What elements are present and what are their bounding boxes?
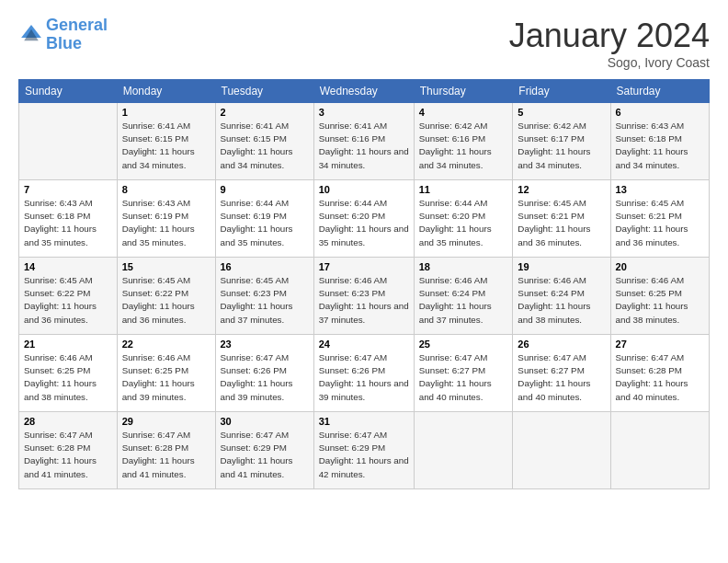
col-header-saturday: Saturday bbox=[610, 80, 709, 103]
day-info: Sunrise: 6:42 AMSunset: 6:17 PMDaylight:… bbox=[518, 120, 605, 172]
day-info: Sunrise: 6:46 AMSunset: 6:24 PMDaylight:… bbox=[518, 274, 605, 327]
calendar-cell: 12 Sunrise: 6:45 AMSunset: 6:21 PMDaylig… bbox=[513, 180, 610, 258]
day-number: 21 bbox=[24, 339, 112, 350]
calendar-cell: 6 Sunrise: 6:43 AMSunset: 6:18 PMDayligh… bbox=[610, 103, 709, 180]
calendar-cell: 18 Sunrise: 6:46 AMSunset: 6:24 PMDaylig… bbox=[414, 258, 513, 335]
col-header-sunday: Sunday bbox=[19, 80, 118, 103]
day-number: 29 bbox=[122, 416, 210, 427]
day-info: Sunrise: 6:47 AMSunset: 6:27 PMDaylight:… bbox=[518, 351, 605, 404]
calendar-cell bbox=[513, 412, 610, 489]
day-number: 20 bbox=[616, 261, 704, 272]
day-number: 30 bbox=[221, 416, 309, 427]
day-info: Sunrise: 6:47 AMSunset: 6:28 PMDaylight:… bbox=[24, 429, 112, 481]
calendar-cell: 4 Sunrise: 6:42 AMSunset: 6:16 PMDayligh… bbox=[414, 103, 513, 180]
day-number: 12 bbox=[518, 184, 605, 195]
day-info: Sunrise: 6:47 AMSunset: 6:26 PMDaylight:… bbox=[319, 351, 409, 404]
day-info: Sunrise: 6:46 AMSunset: 6:25 PMDaylight:… bbox=[24, 351, 112, 404]
calendar-cell: 8 Sunrise: 6:43 AMSunset: 6:19 PMDayligh… bbox=[117, 180, 215, 258]
week-row-0: 1 Sunrise: 6:41 AMSunset: 6:15 PMDayligh… bbox=[19, 103, 710, 180]
day-number: 10 bbox=[319, 184, 409, 195]
day-info: Sunrise: 6:44 AMSunset: 6:20 PMDaylight:… bbox=[419, 197, 508, 249]
day-number: 8 bbox=[122, 184, 210, 195]
calendar-cell: 16 Sunrise: 6:45 AMSunset: 6:23 PMDaylig… bbox=[215, 258, 313, 335]
calendar-cell: 7 Sunrise: 6:43 AMSunset: 6:18 PMDayligh… bbox=[19, 180, 118, 258]
day-number: 15 bbox=[122, 261, 210, 272]
calendar-cell: 27 Sunrise: 6:47 AMSunset: 6:28 PMDaylig… bbox=[610, 335, 709, 412]
calendar-cell: 1 Sunrise: 6:41 AMSunset: 6:15 PMDayligh… bbox=[117, 103, 215, 180]
day-number: 31 bbox=[319, 416, 409, 427]
day-info: Sunrise: 6:42 AMSunset: 6:16 PMDaylight:… bbox=[419, 120, 508, 172]
calendar-cell: 9 Sunrise: 6:44 AMSunset: 6:19 PMDayligh… bbox=[215, 180, 313, 258]
day-info: Sunrise: 6:46 AMSunset: 6:25 PMDaylight:… bbox=[616, 274, 704, 327]
day-number: 22 bbox=[122, 339, 210, 350]
day-number: 5 bbox=[518, 107, 605, 118]
day-number: 2 bbox=[221, 107, 309, 118]
day-info: Sunrise: 6:45 AMSunset: 6:23 PMDaylight:… bbox=[221, 274, 309, 327]
day-info: Sunrise: 6:44 AMSunset: 6:20 PMDaylight:… bbox=[319, 197, 409, 249]
calendar-cell: 31 Sunrise: 6:47 AMSunset: 6:29 PMDaylig… bbox=[313, 412, 414, 489]
day-number: 4 bbox=[419, 107, 508, 118]
day-info: Sunrise: 6:46 AMSunset: 6:24 PMDaylight:… bbox=[419, 274, 508, 327]
day-number: 7 bbox=[24, 184, 112, 195]
day-number: 6 bbox=[616, 107, 704, 118]
day-info: Sunrise: 6:41 AMSunset: 6:15 PMDaylight:… bbox=[122, 120, 210, 172]
month-title: January 2024 bbox=[509, 17, 710, 55]
week-row-4: 28 Sunrise: 6:47 AMSunset: 6:28 PMDaylig… bbox=[19, 412, 710, 489]
calendar-cell: 3 Sunrise: 6:41 AMSunset: 6:16 PMDayligh… bbox=[313, 103, 414, 180]
day-info: Sunrise: 6:44 AMSunset: 6:19 PMDaylight:… bbox=[221, 197, 309, 249]
day-number: 25 bbox=[419, 339, 508, 350]
day-number: 24 bbox=[319, 339, 409, 350]
calendar-cell: 26 Sunrise: 6:47 AMSunset: 6:27 PMDaylig… bbox=[513, 335, 610, 412]
logo: General Blue bbox=[18, 17, 108, 53]
logo-icon bbox=[18, 22, 44, 48]
calendar-cell: 21 Sunrise: 6:46 AMSunset: 6:25 PMDaylig… bbox=[19, 335, 118, 412]
day-number: 13 bbox=[616, 184, 704, 195]
day-number: 23 bbox=[221, 339, 309, 350]
calendar-cell: 10 Sunrise: 6:44 AMSunset: 6:20 PMDaylig… bbox=[313, 180, 414, 258]
col-header-thursday: Thursday bbox=[414, 80, 513, 103]
day-number: 11 bbox=[419, 184, 508, 195]
calendar-cell: 13 Sunrise: 6:45 AMSunset: 6:21 PMDaylig… bbox=[610, 180, 709, 258]
day-number: 26 bbox=[518, 339, 605, 350]
calendar-cell: 28 Sunrise: 6:47 AMSunset: 6:28 PMDaylig… bbox=[19, 412, 118, 489]
day-info: Sunrise: 6:47 AMSunset: 6:29 PMDaylight:… bbox=[221, 429, 309, 481]
subtitle: Sogo, Ivory Coast bbox=[509, 55, 710, 70]
calendar-cell: 2 Sunrise: 6:41 AMSunset: 6:15 PMDayligh… bbox=[215, 103, 313, 180]
day-info: Sunrise: 6:43 AMSunset: 6:18 PMDaylight:… bbox=[616, 120, 704, 172]
day-number: 1 bbox=[122, 107, 210, 118]
calendar-cell bbox=[610, 412, 709, 489]
logo-text: General Blue bbox=[46, 17, 108, 53]
day-info: Sunrise: 6:46 AMSunset: 6:25 PMDaylight:… bbox=[122, 351, 210, 404]
calendar-table: SundayMondayTuesdayWednesdayThursdayFrid… bbox=[18, 79, 710, 489]
day-info: Sunrise: 6:43 AMSunset: 6:18 PMDaylight:… bbox=[24, 197, 112, 249]
week-row-1: 7 Sunrise: 6:43 AMSunset: 6:18 PMDayligh… bbox=[19, 180, 710, 258]
calendar-cell: 29 Sunrise: 6:47 AMSunset: 6:28 PMDaylig… bbox=[117, 412, 215, 489]
day-info: Sunrise: 6:43 AMSunset: 6:19 PMDaylight:… bbox=[122, 197, 210, 249]
day-info: Sunrise: 6:46 AMSunset: 6:23 PMDaylight:… bbox=[319, 274, 409, 327]
day-info: Sunrise: 6:45 AMSunset: 6:21 PMDaylight:… bbox=[518, 197, 605, 249]
title-area: January 2024 Sogo, Ivory Coast bbox=[509, 17, 710, 70]
day-info: Sunrise: 6:47 AMSunset: 6:26 PMDaylight:… bbox=[221, 351, 309, 404]
header: General Blue January 2024 Sogo, Ivory Co… bbox=[18, 17, 710, 70]
day-info: Sunrise: 6:41 AMSunset: 6:16 PMDaylight:… bbox=[319, 120, 409, 172]
day-number: 9 bbox=[221, 184, 309, 195]
day-number: 18 bbox=[419, 261, 508, 272]
calendar-cell: 5 Sunrise: 6:42 AMSunset: 6:17 PMDayligh… bbox=[513, 103, 610, 180]
day-info: Sunrise: 6:41 AMSunset: 6:15 PMDaylight:… bbox=[221, 120, 309, 172]
calendar-cell: 20 Sunrise: 6:46 AMSunset: 6:25 PMDaylig… bbox=[610, 258, 709, 335]
day-number: 17 bbox=[319, 261, 409, 272]
day-number: 28 bbox=[24, 416, 112, 427]
day-info: Sunrise: 6:47 AMSunset: 6:28 PMDaylight:… bbox=[616, 351, 704, 404]
day-number: 14 bbox=[24, 261, 112, 272]
header-row: SundayMondayTuesdayWednesdayThursdayFrid… bbox=[19, 80, 710, 103]
calendar-cell: 24 Sunrise: 6:47 AMSunset: 6:26 PMDaylig… bbox=[313, 335, 414, 412]
col-header-monday: Monday bbox=[117, 80, 215, 103]
calendar-cell: 17 Sunrise: 6:46 AMSunset: 6:23 PMDaylig… bbox=[313, 258, 414, 335]
calendar-cell: 11 Sunrise: 6:44 AMSunset: 6:20 PMDaylig… bbox=[414, 180, 513, 258]
day-info: Sunrise: 6:45 AMSunset: 6:22 PMDaylight:… bbox=[122, 274, 210, 327]
calendar-cell bbox=[414, 412, 513, 489]
day-number: 3 bbox=[319, 107, 409, 118]
day-number: 19 bbox=[518, 261, 605, 272]
calendar-cell bbox=[19, 103, 118, 180]
col-header-friday: Friday bbox=[513, 80, 610, 103]
